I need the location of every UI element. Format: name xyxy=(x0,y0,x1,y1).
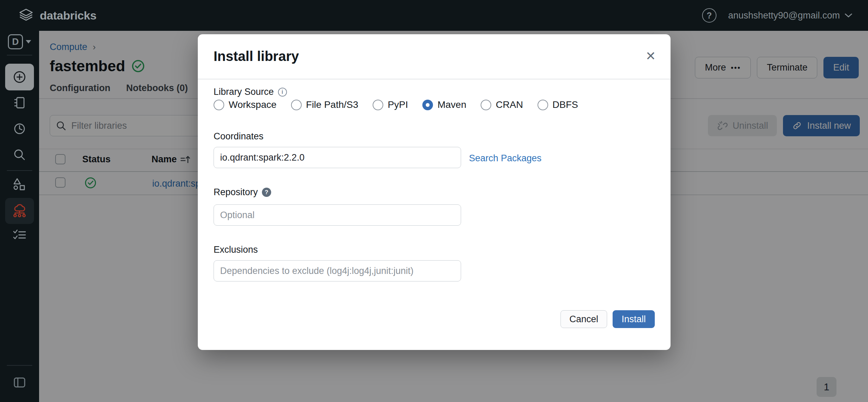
workspace-d-icon: D xyxy=(8,34,23,49)
sidebar-item-workspace-switcher[interactable]: D xyxy=(0,34,39,49)
repository-input[interactable] xyxy=(214,204,461,226)
coordinates-input[interactable] xyxy=(214,147,461,168)
brand-wordmark: databricks xyxy=(40,9,96,22)
exclusions-label: Exclusions xyxy=(214,244,258,255)
notebook-icon xyxy=(13,96,26,110)
databricks-logo[interactable]: databricks xyxy=(0,8,96,23)
radio-selected-icon xyxy=(422,100,433,110)
library-source-label: Library Source xyxy=(214,87,274,97)
sidebar-divider xyxy=(7,365,32,366)
repository-label: Repository xyxy=(214,187,258,198)
sidebar-item-workflows[interactable] xyxy=(0,229,39,241)
sidebar-divider xyxy=(7,170,32,171)
cancel-button[interactable]: Cancel xyxy=(560,310,607,328)
account-menu[interactable]: anushshetty90@gmail.com xyxy=(728,10,852,21)
chevron-down-icon xyxy=(845,13,852,18)
install-library-modal: Install library ✕ Library Source i Works… xyxy=(198,34,671,350)
library-source-label-row: Library Source i xyxy=(214,87,287,97)
radio-dbfs[interactable]: DBFS xyxy=(538,99,578,110)
search-icon xyxy=(13,148,26,162)
plus-circle-icon xyxy=(12,69,27,85)
modal-header-divider xyxy=(198,79,671,79)
install-button[interactable]: Install xyxy=(613,310,655,328)
sidebar-collapse-toggle[interactable] xyxy=(0,376,39,389)
account-email: anushshetty90@gmail.com xyxy=(728,10,840,21)
modal-footer: Cancel Install xyxy=(198,310,655,328)
library-source-radio-group: Workspace File Path/S3 PyPI Maven CRAN D… xyxy=(214,99,578,110)
radio-circle-icon xyxy=(373,100,383,110)
info-icon[interactable]: i xyxy=(278,88,287,97)
compute-cluster-icon xyxy=(12,204,27,218)
radio-dbfs-label: DBFS xyxy=(553,99,578,110)
sidebar-item-workspace[interactable] xyxy=(0,96,39,110)
close-icon[interactable]: ✕ xyxy=(642,47,660,65)
coordinates-label: Coordinates xyxy=(214,131,264,142)
databricks-app: databricks ? anushshetty90@gmail.com D xyxy=(0,0,868,402)
shapes-icon xyxy=(12,177,27,191)
radio-pypi[interactable]: PyPI xyxy=(373,99,408,110)
radio-circle-icon xyxy=(481,100,491,110)
radio-circle-icon xyxy=(214,100,224,110)
sidebar-divider xyxy=(7,55,32,55)
radio-file-path-s3-label: File Path/S3 xyxy=(306,99,359,110)
sidebar-item-recents[interactable] xyxy=(0,122,39,136)
sidebar-item-new[interactable] xyxy=(0,64,39,90)
radio-cran[interactable]: CRAN xyxy=(481,99,523,110)
radio-pypi-label: PyPI xyxy=(388,99,408,110)
radio-file-path-s3[interactable]: File Path/S3 xyxy=(291,99,359,110)
help-icon[interactable]: ? xyxy=(702,8,716,23)
radio-workspace-label: Workspace xyxy=(229,99,277,110)
caret-down-icon xyxy=(26,40,31,43)
panel-toggle-icon xyxy=(13,376,26,389)
sidebar: D xyxy=(0,31,39,402)
clock-icon xyxy=(13,122,26,136)
modal-title: Install library xyxy=(214,49,299,64)
radio-maven-label: Maven xyxy=(437,99,466,110)
repository-label-row: Repository ? xyxy=(214,187,271,198)
radio-circle-icon xyxy=(291,100,302,110)
topbar-right: ? anushshetty90@gmail.com xyxy=(702,8,868,23)
sidebar-item-search[interactable] xyxy=(0,148,39,162)
question-help-icon[interactable]: ? xyxy=(262,188,271,197)
sidebar-item-compute[interactable] xyxy=(0,198,39,224)
topbar: databricks ? anushshetty90@gmail.com xyxy=(0,0,868,31)
sidebar-item-data[interactable] xyxy=(0,177,39,191)
radio-cran-label: CRAN xyxy=(496,99,523,110)
search-packages-link[interactable]: Search Packages xyxy=(469,153,542,164)
radio-workspace[interactable]: Workspace xyxy=(214,99,277,110)
checklist-icon xyxy=(12,229,27,241)
exclusions-input[interactable] xyxy=(214,260,461,281)
databricks-logo-icon xyxy=(18,8,34,23)
radio-circle-icon xyxy=(538,100,548,110)
radio-maven[interactable]: Maven xyxy=(422,99,466,110)
